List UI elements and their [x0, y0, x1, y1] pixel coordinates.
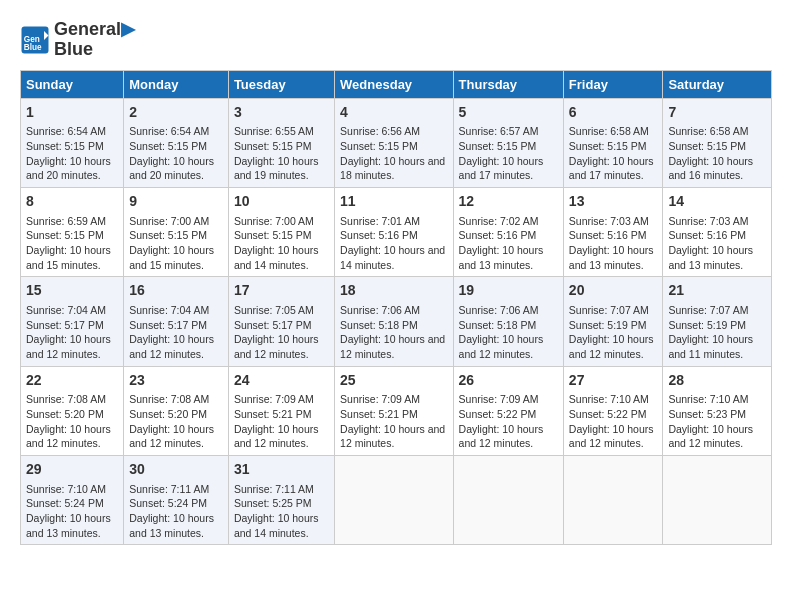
- day-cell: 31Sunrise: 7:11 AMSunset: 5:25 PMDayligh…: [228, 455, 334, 544]
- day-cell: 10Sunrise: 7:00 AMSunset: 5:15 PMDayligh…: [228, 187, 334, 276]
- sunrise-text: Sunrise: 6:56 AM: [340, 125, 420, 137]
- week-row-1: 1Sunrise: 6:54 AMSunset: 5:15 PMDaylight…: [21, 98, 772, 187]
- day-number: 18: [340, 281, 447, 301]
- daylight-label: Daylight: 10 hours and 13 minutes.: [668, 244, 753, 271]
- calendar-header: SundayMondayTuesdayWednesdayThursdayFrid…: [21, 70, 772, 98]
- sunrise-text: Sunrise: 7:04 AM: [129, 304, 209, 316]
- sunset-text: Sunset: 5:17 PM: [26, 319, 104, 331]
- day-number: 3: [234, 103, 329, 123]
- day-cell: 6Sunrise: 6:58 AMSunset: 5:15 PMDaylight…: [563, 98, 663, 187]
- header-cell-sunday: Sunday: [21, 70, 124, 98]
- day-number: 14: [668, 192, 766, 212]
- day-number: 22: [26, 371, 118, 391]
- day-cell: 2Sunrise: 6:54 AMSunset: 5:15 PMDaylight…: [124, 98, 229, 187]
- day-number: 9: [129, 192, 223, 212]
- sunset-text: Sunset: 5:17 PM: [129, 319, 207, 331]
- daylight-label: Daylight: 10 hours and 14 minutes.: [234, 244, 319, 271]
- sunrise-text: Sunrise: 6:55 AM: [234, 125, 314, 137]
- sunset-text: Sunset: 5:22 PM: [459, 408, 537, 420]
- day-cell: 14Sunrise: 7:03 AMSunset: 5:16 PMDayligh…: [663, 187, 772, 276]
- week-row-5: 29Sunrise: 7:10 AMSunset: 5:24 PMDayligh…: [21, 455, 772, 544]
- sunset-text: Sunset: 5:19 PM: [569, 319, 647, 331]
- header-cell-friday: Friday: [563, 70, 663, 98]
- daylight-label: Daylight: 10 hours and 13 minutes.: [129, 512, 214, 539]
- day-cell: [563, 455, 663, 544]
- sunrise-text: Sunrise: 7:09 AM: [234, 393, 314, 405]
- sunset-text: Sunset: 5:21 PM: [234, 408, 312, 420]
- day-number: 2: [129, 103, 223, 123]
- sunset-text: Sunset: 5:19 PM: [668, 319, 746, 331]
- sunset-text: Sunset: 5:22 PM: [569, 408, 647, 420]
- day-cell: 13Sunrise: 7:03 AMSunset: 5:16 PMDayligh…: [563, 187, 663, 276]
- day-cell: 23Sunrise: 7:08 AMSunset: 5:20 PMDayligh…: [124, 366, 229, 455]
- sunrise-text: Sunrise: 7:06 AM: [459, 304, 539, 316]
- sunrise-text: Sunrise: 6:58 AM: [668, 125, 748, 137]
- daylight-label: Daylight: 10 hours and 12 minutes.: [26, 333, 111, 360]
- day-cell: 27Sunrise: 7:10 AMSunset: 5:22 PMDayligh…: [563, 366, 663, 455]
- daylight-label: Daylight: 10 hours and 18 minutes.: [340, 155, 445, 182]
- sunset-text: Sunset: 5:15 PM: [129, 140, 207, 152]
- day-number: 11: [340, 192, 447, 212]
- daylight-label: Daylight: 10 hours and 12 minutes.: [26, 423, 111, 450]
- sunrise-text: Sunrise: 7:07 AM: [668, 304, 748, 316]
- sunrise-text: Sunrise: 7:02 AM: [459, 215, 539, 227]
- day-number: 28: [668, 371, 766, 391]
- day-cell: 19Sunrise: 7:06 AMSunset: 5:18 PMDayligh…: [453, 277, 563, 366]
- sunset-text: Sunset: 5:25 PM: [234, 497, 312, 509]
- day-number: 6: [569, 103, 658, 123]
- daylight-label: Daylight: 10 hours and 12 minutes.: [340, 333, 445, 360]
- day-cell: 30Sunrise: 7:11 AMSunset: 5:24 PMDayligh…: [124, 455, 229, 544]
- sunrise-text: Sunrise: 7:04 AM: [26, 304, 106, 316]
- day-number: 31: [234, 460, 329, 480]
- sunset-text: Sunset: 5:15 PM: [26, 140, 104, 152]
- day-cell: 22Sunrise: 7:08 AMSunset: 5:20 PMDayligh…: [21, 366, 124, 455]
- sunrise-text: Sunrise: 7:03 AM: [569, 215, 649, 227]
- sunset-text: Sunset: 5:15 PM: [340, 140, 418, 152]
- daylight-label: Daylight: 10 hours and 14 minutes.: [234, 512, 319, 539]
- sunset-text: Sunset: 5:15 PM: [26, 229, 104, 241]
- day-cell: 21Sunrise: 7:07 AMSunset: 5:19 PMDayligh…: [663, 277, 772, 366]
- daylight-label: Daylight: 10 hours and 19 minutes.: [234, 155, 319, 182]
- day-cell: 11Sunrise: 7:01 AMSunset: 5:16 PMDayligh…: [335, 187, 453, 276]
- day-cell: 29Sunrise: 7:10 AMSunset: 5:24 PMDayligh…: [21, 455, 124, 544]
- logo: Gen Blue General▶ Blue: [20, 20, 135, 60]
- day-number: 4: [340, 103, 447, 123]
- day-number: 23: [129, 371, 223, 391]
- sunrise-text: Sunrise: 7:06 AM: [340, 304, 420, 316]
- day-cell: 7Sunrise: 6:58 AMSunset: 5:15 PMDaylight…: [663, 98, 772, 187]
- day-number: 8: [26, 192, 118, 212]
- sunset-text: Sunset: 5:15 PM: [459, 140, 537, 152]
- daylight-label: Daylight: 10 hours and 12 minutes.: [129, 423, 214, 450]
- day-cell: [663, 455, 772, 544]
- daylight-label: Daylight: 10 hours and 12 minutes.: [569, 423, 654, 450]
- day-cell: 8Sunrise: 6:59 AMSunset: 5:15 PMDaylight…: [21, 187, 124, 276]
- day-number: 26: [459, 371, 558, 391]
- sunset-text: Sunset: 5:23 PM: [668, 408, 746, 420]
- sunset-text: Sunset: 5:16 PM: [459, 229, 537, 241]
- day-cell: 18Sunrise: 7:06 AMSunset: 5:18 PMDayligh…: [335, 277, 453, 366]
- daylight-label: Daylight: 10 hours and 13 minutes.: [26, 512, 111, 539]
- header-cell-wednesday: Wednesday: [335, 70, 453, 98]
- day-cell: [335, 455, 453, 544]
- calendar-body: 1Sunrise: 6:54 AMSunset: 5:15 PMDaylight…: [21, 98, 772, 545]
- day-cell: 12Sunrise: 7:02 AMSunset: 5:16 PMDayligh…: [453, 187, 563, 276]
- sunset-text: Sunset: 5:15 PM: [129, 229, 207, 241]
- day-cell: [453, 455, 563, 544]
- day-cell: 9Sunrise: 7:00 AMSunset: 5:15 PMDaylight…: [124, 187, 229, 276]
- sunrise-text: Sunrise: 7:00 AM: [129, 215, 209, 227]
- sunset-text: Sunset: 5:21 PM: [340, 408, 418, 420]
- sunrise-text: Sunrise: 7:07 AM: [569, 304, 649, 316]
- week-row-4: 22Sunrise: 7:08 AMSunset: 5:20 PMDayligh…: [21, 366, 772, 455]
- header-cell-thursday: Thursday: [453, 70, 563, 98]
- sunrise-text: Sunrise: 6:57 AM: [459, 125, 539, 137]
- sunset-text: Sunset: 5:15 PM: [668, 140, 746, 152]
- daylight-label: Daylight: 10 hours and 15 minutes.: [129, 244, 214, 271]
- sunset-text: Sunset: 5:16 PM: [668, 229, 746, 241]
- day-number: 12: [459, 192, 558, 212]
- day-cell: 1Sunrise: 6:54 AMSunset: 5:15 PMDaylight…: [21, 98, 124, 187]
- sunrise-text: Sunrise: 6:54 AM: [26, 125, 106, 137]
- day-number: 30: [129, 460, 223, 480]
- logo-text: General▶ Blue: [54, 20, 135, 60]
- svg-text:Blue: Blue: [24, 43, 42, 52]
- day-cell: 25Sunrise: 7:09 AMSunset: 5:21 PMDayligh…: [335, 366, 453, 455]
